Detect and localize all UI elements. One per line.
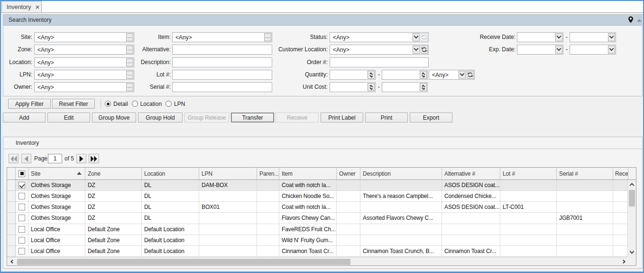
row-checkbox-box[interactable]: [18, 226, 25, 233]
row-checkbox[interactable]: [16, 191, 28, 202]
export-button[interactable]: Export: [410, 113, 452, 122]
exp-date-to-field[interactable]: [570, 45, 616, 55]
chevron-up-icon: [630, 183, 635, 188]
col-header-lpn[interactable]: LPN: [199, 168, 257, 179]
customer-location-field[interactable]: <Any>: [330, 45, 429, 55]
col-header-location[interactable]: Location: [142, 168, 199, 179]
scroll-down-button[interactable]: [628, 249, 636, 257]
pin-icon[interactable]: [628, 16, 634, 25]
group-hold-button[interactable]: Group Hold: [138, 113, 183, 122]
unit-cost-to-field[interactable]: [382, 82, 428, 92]
row-checkbox[interactable]: [16, 202, 28, 213]
collapse-panel-icon[interactable]: [637, 19, 642, 22]
radio-location-label: Location: [140, 101, 162, 107]
radio-lpn[interactable]: LPN: [166, 101, 185, 107]
quantity-uom-field-dropdown-button[interactable]: [459, 71, 466, 79]
col-header-alternative[interactable]: Alternative #: [442, 168, 500, 179]
range-separator: -: [566, 32, 568, 42]
horizontal-scrollbar[interactable]: [7, 257, 628, 265]
row-checkbox-box[interactable]: [18, 204, 25, 210]
radio-location[interactable]: Location: [132, 101, 162, 107]
unit-cost-to-field-spinner[interactable]: [420, 83, 427, 91]
row-checkbox-box[interactable]: [18, 215, 25, 221]
row-checkbox-box[interactable]: [18, 248, 25, 254]
quantity-from-field[interactable]: [330, 70, 376, 80]
scroll-left-button[interactable]: [7, 257, 16, 265]
row-checkbox[interactable]: [16, 180, 28, 191]
receive-button[interactable]: Receive: [276, 113, 319, 122]
pager-prev-button[interactable]: [21, 154, 31, 163]
add-button[interactable]: Add: [3, 113, 46, 122]
col-header-check[interactable]: [16, 168, 28, 179]
grid-row-2[interactable]: Clothes StorageDZDLChicken Noodle So...T…: [7, 191, 628, 202]
grid-row-5[interactable]: Local OfficeDefault ZoneDefault Location…: [7, 224, 628, 235]
col-header-zone[interactable]: Zone: [85, 168, 142, 179]
row-checkbox[interactable]: [16, 235, 28, 246]
exp-date-from-field-dropdown-button[interactable]: [555, 46, 562, 54]
radio-detail-label: Detail: [113, 101, 128, 107]
tab-close-icon[interactable]: ×: [35, 3, 39, 11]
grid-row-3[interactable]: Clothes StorageDZDLBOX01Coat with notch …: [7, 202, 628, 213]
unit-cost-from-field[interactable]: [330, 82, 376, 92]
receive-date-from-field[interactable]: [517, 32, 563, 42]
col-header-description[interactable]: Description: [360, 168, 442, 179]
print-button[interactable]: Print: [365, 113, 408, 122]
horizontal-scroll-thumb[interactable]: [17, 259, 350, 265]
cell-zone: DZ: [85, 191, 142, 202]
col-header-site[interactable]: Site: [28, 168, 85, 179]
print-label-button[interactable]: Print Label: [321, 113, 363, 122]
cell-zone: Default Zone: [85, 246, 142, 257]
vertical-scrollbar[interactable]: [627, 180, 636, 257]
col-header-parent[interactable]: Paren...: [257, 168, 279, 179]
grid-row-1[interactable]: Clothes StorageDZDLDAM-BOXCoat with notc…: [7, 180, 628, 191]
receive-date-from-field-dropdown-button[interactable]: [555, 33, 562, 41]
tab-inventory[interactable]: Inventory ×: [1, 1, 42, 12]
row-checkbox[interactable]: [16, 224, 28, 235]
status-field-refresh-button[interactable]: [421, 33, 428, 41]
exp-date-from-field[interactable]: [517, 45, 563, 55]
col-header-item[interactable]: Item: [279, 168, 337, 179]
quantity-to-field-spinner[interactable]: [420, 71, 427, 79]
apply-filter-button[interactable]: Apply Filter: [8, 99, 51, 109]
status-field[interactable]: <Any>: [330, 32, 429, 42]
edit-button[interactable]: Edit: [47, 113, 90, 122]
exp-date-to-field-dropdown-button[interactable]: [608, 46, 615, 54]
pager-last-button[interactable]: [89, 154, 99, 163]
receive-date-to-field-dropdown-button[interactable]: [608, 33, 615, 41]
col-header-receive[interactable]: Recei: [613, 168, 628, 179]
order-field[interactable]: [330, 57, 429, 67]
status-field-dropdown-button[interactable]: [413, 33, 420, 41]
grid-row-4[interactable]: Clothes StorageDZDLFlavors Chewy Can...A…: [7, 213, 628, 224]
group-release-button[interactable]: Group Release: [184, 113, 229, 122]
quantity-uom-field-refresh-button[interactable]: [467, 71, 474, 79]
scroll-up-button[interactable]: [628, 180, 636, 188]
quantity-to-field[interactable]: [382, 70, 428, 80]
vertical-scroll-thumb[interactable]: [629, 190, 635, 207]
quantity-from-field-spinner[interactable]: [368, 71, 375, 79]
pager-next-button[interactable]: [76, 154, 86, 163]
row-checkbox-box[interactable]: [18, 193, 25, 199]
grid-row-6[interactable]: Local OfficeDefault ZoneDefault Location…: [7, 235, 628, 246]
grid-row-7[interactable]: Local OfficeDefault ZoneDefault Location…: [7, 246, 628, 257]
pager-page-input[interactable]: 1: [48, 154, 62, 163]
cell-parent: [257, 213, 279, 224]
col-header-serial[interactable]: Serial #: [557, 168, 613, 179]
row-checkbox[interactable]: [16, 213, 28, 224]
col-header-lot[interactable]: Lot #: [500, 168, 557, 179]
select-all-checkbox[interactable]: [18, 170, 25, 177]
transfer-button[interactable]: Transfer: [231, 113, 274, 122]
quantity-uom-field[interactable]: <Any>: [429, 70, 475, 80]
unit-cost-from-field-spinner[interactable]: [368, 83, 375, 91]
row-checkbox[interactable]: [16, 246, 28, 257]
reset-filter-button[interactable]: Reset Filter: [52, 99, 95, 109]
inventory-panel: Inventory Page 1 of 5 SiteZoneLocationLP…: [3, 137, 643, 269]
radio-detail[interactable]: Detail: [105, 101, 128, 107]
receive-date-to-field[interactable]: [570, 32, 616, 42]
customer-location-field-dropdown-button[interactable]: [413, 46, 420, 54]
group-move-button[interactable]: Group Move: [92, 113, 136, 122]
customer-location-field-refresh-button[interactable]: [421, 46, 428, 54]
row-checkbox-box[interactable]: [18, 182, 25, 188]
col-header-owner[interactable]: Owner: [337, 168, 360, 179]
pager-first-button[interactable]: [9, 154, 18, 163]
row-checkbox-box[interactable]: [18, 237, 25, 244]
